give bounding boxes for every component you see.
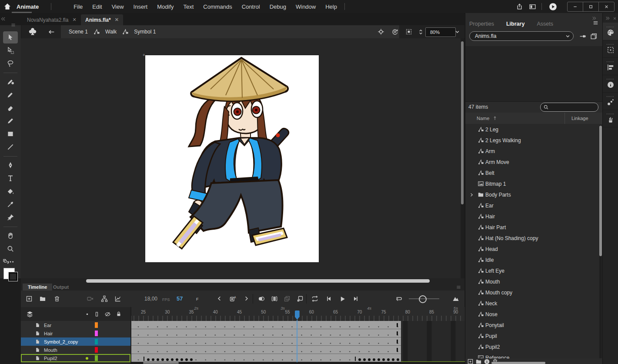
layer-row-pupil2[interactable]: Pupil2	[21, 354, 130, 363]
library-item-arm-move[interactable]: Arm Move	[465, 157, 603, 167]
dock-panel-color[interactable]	[603, 23, 618, 40]
breadcrumb-item-walk[interactable]: Walk	[105, 29, 117, 35]
document-tab-anims[interactable]: Anims.fla* ✕	[81, 14, 123, 25]
layer-row-hair[interactable]: Hair	[21, 329, 130, 338]
library-search-input[interactable]	[540, 103, 598, 112]
library-item-mouth[interactable]: Mouth	[465, 276, 603, 287]
scrollbar-thumb[interactable]	[143, 362, 179, 364]
dock-panel-brushes[interactable]	[603, 110, 618, 127]
breadcrumb-item-symbol-1[interactable]: Symbol 1	[134, 29, 156, 35]
edit-multiple-frames-icon[interactable]	[284, 295, 291, 302]
center-frame-icon[interactable]	[377, 28, 384, 35]
library-item-head[interactable]: Head	[465, 244, 603, 254]
library-scrollbar[interactable]	[599, 125, 602, 363]
layers-stack-icon[interactable]	[26, 311, 33, 318]
expand-dock-icon[interactable]	[605, 16, 610, 21]
breadcrumb-item-scene-1[interactable]: Scene 1	[69, 29, 88, 35]
menu-item-commands[interactable]: Commands	[198, 3, 237, 10]
library-document-dropdown[interactable]: Anims.fla	[469, 31, 574, 41]
back-arrow-icon[interactable]	[48, 28, 55, 36]
zoom-tool[interactable]	[3, 243, 18, 255]
library-item-hat-(no-shading)-copy[interactable]: Hat (No Shading) copy	[465, 233, 603, 244]
home-icon[interactable]	[3, 3, 11, 10]
menu-item-modify[interactable]: Modify	[152, 3, 178, 10]
next-keyframe-icon[interactable]	[243, 295, 250, 302]
library-item-left-eye[interactable]: Left Eye	[465, 265, 603, 276]
maximize-timeline-zoom-icon[interactable]	[452, 295, 459, 302]
dock-panel-align[interactable]	[603, 57, 618, 75]
frames-row-ear[interactable]	[131, 321, 465, 330]
step-back-icon[interactable]	[325, 295, 332, 302]
timeline-zoom-knob[interactable]	[419, 295, 427, 303]
frames-horizontal-scrollbar[interactable]	[131, 362, 465, 364]
tab-assets[interactable]: Assets	[537, 21, 553, 27]
swap-colors-icon[interactable]	[3, 258, 9, 265]
hand-tool[interactable]	[3, 230, 18, 242]
zoom-stepper-icon[interactable]	[418, 28, 424, 36]
menu-item-insert[interactable]: Insert	[129, 3, 153, 10]
column-name[interactable]: Name	[477, 116, 489, 121]
layer-row-symbol_2_copy[interactable]: Symbol_2_copy	[21, 337, 130, 346]
close-dock-icon[interactable]	[612, 16, 617, 21]
panel-menu-icon[interactable]	[592, 20, 599, 26]
subselection-tool[interactable]	[3, 44, 18, 57]
close-button[interactable]	[599, 2, 614, 11]
previous-keyframe-icon[interactable]	[216, 295, 223, 302]
eraser-tool[interactable]	[3, 102, 18, 114]
stage-horizontal-scrollbar[interactable]	[21, 278, 464, 284]
menu-item-text[interactable]: Text	[178, 3, 198, 10]
stage-vertical-scrollbar[interactable]	[461, 38, 464, 278]
folder-expander-icon[interactable]	[469, 192, 474, 197]
fluid-brush-tool[interactable]	[3, 76, 18, 88]
menu-item-file[interactable]: File	[69, 3, 87, 10]
workspace-button[interactable]	[526, 3, 539, 10]
frames-row-symbol_2_copy[interactable]	[131, 337, 465, 346]
loop-icon[interactable]	[311, 295, 318, 302]
tab-library[interactable]: Library	[506, 21, 524, 27]
menu-item-debug[interactable]: Debug	[265, 3, 291, 10]
stroke-color-swatch[interactable]	[9, 272, 17, 281]
frames-row-pupil2[interactable]	[131, 354, 465, 363]
library-item-ear[interactable]: Ear	[465, 200, 603, 211]
library-item-hair-part[interactable]: Hair Part	[465, 222, 603, 233]
library-horizontal-scrollbar[interactable]	[491, 362, 545, 364]
fps-value[interactable]: 18,00	[144, 296, 157, 302]
asset-warp-tool[interactable]	[3, 211, 18, 224]
classic-brush-tool[interactable]	[3, 89, 18, 101]
menu-item-help[interactable]: Help	[321, 3, 342, 10]
item-properties-icon[interactable]	[484, 358, 490, 364]
menu-item-view[interactable]: View	[107, 3, 129, 10]
library-item-bitmap-1[interactable]: Bitmap 1	[465, 178, 603, 189]
new-folder-icon[interactable]	[475, 358, 482, 364]
rectangle-tool[interactable]	[3, 128, 18, 140]
layer-outline-color[interactable]	[95, 347, 98, 353]
stage-canvas[interactable]	[145, 55, 319, 262]
scrollbar-thumb[interactable]	[461, 41, 464, 204]
dock-panel-info[interactable]	[603, 75, 618, 93]
eyedropper-tool[interactable]	[3, 198, 18, 210]
collapse-panel-icon[interactable]	[0, 16, 6, 22]
reset-timeline-zoom-icon[interactable]	[395, 295, 402, 302]
layer-outline-color[interactable]	[95, 339, 98, 344]
delete-layer-icon[interactable]	[53, 295, 60, 302]
selection-tool[interactable]	[3, 31, 18, 43]
visibility-column-icon[interactable]	[104, 311, 111, 317]
menu-item-edit[interactable]: Edit	[87, 3, 107, 10]
onion-skin-icon[interactable]	[258, 295, 265, 302]
library-item-belt[interactable]: Belt	[465, 167, 603, 178]
frames-row-hair[interactable]	[131, 329, 465, 338]
library-item-2-leg[interactable]: 2 Leg	[465, 124, 603, 135]
new-layer-icon[interactable]	[26, 295, 33, 302]
tab-properties[interactable]: Properties	[469, 21, 494, 27]
close-tab-icon[interactable]: ✕	[115, 17, 119, 23]
library-item-idle[interactable]: Idle	[465, 254, 603, 265]
maximize-button[interactable]	[583, 2, 599, 11]
menu-item-control[interactable]: Control	[237, 3, 265, 10]
layer-outline-color[interactable]	[95, 331, 98, 336]
toolbar-menu-icon[interactable]	[10, 22, 16, 28]
sort-ascending-icon[interactable]	[492, 116, 498, 121]
library-item-2-legs-walking[interactable]: 2 Legs Walking	[465, 135, 603, 146]
layer-outline-color[interactable]	[95, 322, 98, 328]
menu-item-window[interactable]: Window	[291, 3, 321, 10]
zoom-dropdown-icon[interactable]	[454, 29, 461, 35]
